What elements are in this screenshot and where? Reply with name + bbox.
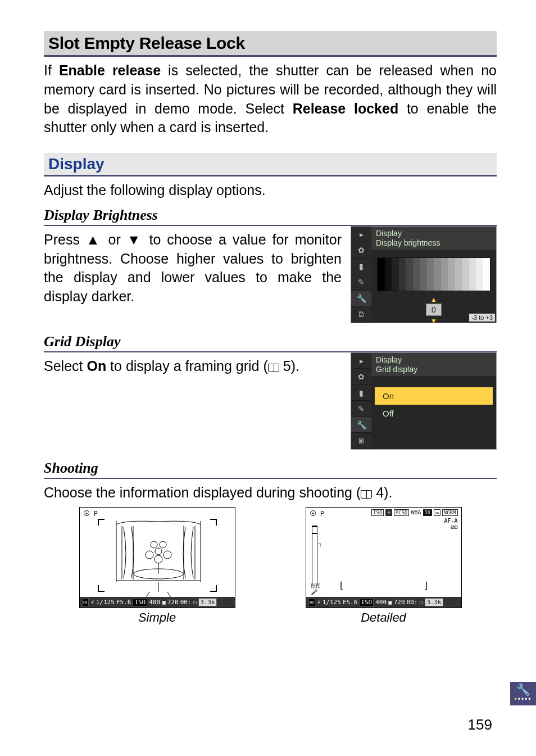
bracket-icon (98, 519, 105, 526)
brightness-gradient (377, 257, 490, 291)
batt-icon: ▯▯▯ (311, 582, 321, 588)
lcd-tab-shooting-icon: ✿ (351, 242, 371, 259)
text: Press (44, 232, 86, 247)
svg-point-5 (160, 541, 166, 548)
histogram-mark: ┐ (319, 540, 322, 546)
sb-time: 00: (407, 599, 418, 606)
lcd-tab-movie-icon: ▮ (351, 259, 371, 275)
badge-norm: NORM (442, 509, 458, 516)
down-arrow-icon: ▼ (127, 232, 143, 247)
text: ). (291, 358, 299, 374)
tab-dots-icon: ••••• (514, 695, 532, 703)
text: ). (384, 485, 392, 500)
rec-icon: ⦿ (310, 510, 316, 518)
sb-sd-icon: ☐ (193, 599, 197, 606)
badge-dx: DX (423, 509, 433, 516)
lcd-tab-setup-icon: 🔧 (351, 291, 371, 307)
sb-sd-icon: ☐ (420, 599, 424, 606)
viewfinder-detailed: ⦿ P ISO ☀ PCSD WBA DX ▭ NORM AF-A ⊡⊞ (306, 507, 462, 608)
bold-release-locked: Release locked (293, 101, 398, 116)
text: or (102, 232, 127, 247)
sb-af-icon: ⊡ (308, 598, 316, 606)
af-mode: AF-A (444, 518, 457, 524)
text: Choose the information displayed during … (44, 485, 361, 500)
lcd-down-icon: ▼ (430, 317, 437, 325)
section-title-display: Display (44, 153, 497, 176)
sb-ev-icon: ▣ (388, 599, 392, 606)
sb-bolt-icon: ⚡ (317, 599, 321, 606)
bracket-icon: ⌊ (340, 580, 343, 591)
preview-detailed: ⦿ P ISO ☀ PCSD WBA DX ▭ NORM AF-A ⊡⊞ (306, 507, 462, 625)
bold-on: On (87, 358, 106, 374)
status-bar: ⊡ ⚡ 1/125 F5.6 ISO 400 ▣ 720 00: ☐ 3.3k (306, 597, 461, 608)
caption-simple: Simple (138, 610, 176, 625)
shooting-body: Choose the information displayed during … (44, 483, 497, 503)
sb-af-icon: ⊡ (82, 598, 89, 606)
grid-body: Select On to display a framing grid ( 5)… (44, 357, 342, 376)
bracket-icon: ⌋ (424, 580, 428, 591)
lcd-title-2: Grid display (376, 365, 492, 375)
subsection-shooting: Shooting (44, 460, 497, 479)
text: If (44, 62, 59, 78)
bold-enable-release: Enable release (59, 62, 161, 78)
lcd-title-2: Display brightness (376, 238, 492, 248)
lcd-tab-setup-icon: 🔧 (351, 417, 371, 433)
svg-point-6 (155, 555, 162, 563)
slot-empty-body: If Enable release is selected, the shutt… (44, 61, 497, 137)
lcd-tab-recent-icon: 🗎 (351, 433, 371, 449)
svg-point-1 (155, 548, 162, 555)
text: Select (44, 358, 87, 374)
page-number: 159 (468, 716, 492, 734)
lcd-option-on: On (375, 387, 493, 405)
up-arrow-icon: ▲ (86, 232, 102, 247)
mic-icon: 🎤 (311, 589, 317, 595)
lcd-tab-playback-icon: ▸ (351, 353, 371, 369)
lcd-tab-playback-icon: ▸ (351, 227, 371, 243)
sb-shutter: 1/125 (96, 599, 115, 606)
lcd-option-off: Off (375, 405, 493, 422)
badge-picsd: PCSD (394, 509, 410, 516)
histogram (312, 526, 317, 586)
sb-shutter: 1/125 (322, 599, 341, 606)
sb-count: 720 (394, 599, 405, 606)
sb-ev-icon: ▣ (162, 599, 166, 606)
mode-label: P (320, 510, 324, 518)
lcd-grid-preview: ▸ ✿ ▮ ✎ 🔧 🗎 Display Grid display On Off (351, 352, 497, 450)
badge-size-icon: ▭ (434, 509, 440, 516)
badge-iso: ISO (371, 509, 384, 516)
subsection-grid-display: Grid Display (44, 333, 497, 352)
caption-detailed: Detailed (361, 610, 406, 625)
sb-count: 720 (167, 599, 179, 606)
sb-iso: 400 (375, 599, 387, 606)
lcd-tab-recent-icon: 🗎 (351, 306, 371, 323)
page-ref: 5 (283, 358, 291, 374)
sb-batt: 3.3k (198, 598, 217, 606)
bracket-icon (210, 519, 217, 526)
lcd-title-1: Display (376, 355, 492, 365)
lcd-title-1: Display (376, 229, 492, 239)
lcd-tab-retouch-icon: ✎ (351, 401, 371, 417)
sb-isoicon: ISO (359, 598, 374, 606)
lcd-tab-movie-icon: ▮ (351, 385, 371, 401)
sb-batt: 3.3k (425, 598, 443, 606)
text: to display a framing grid ( (106, 358, 268, 374)
display-intro: Adjust the following display options. (44, 181, 497, 200)
preview-simple: ⦿ P (79, 507, 235, 625)
svg-point-2 (146, 551, 153, 559)
svg-point-3 (163, 551, 171, 559)
page-ref: 4 (376, 485, 384, 500)
lcd-tab-retouch-icon: ✎ (351, 274, 371, 291)
af-area-icon: ⊡⊞ (444, 524, 457, 530)
sb-isoicon: ISO (133, 598, 147, 606)
viewfinder-simple: ⦿ P (79, 507, 235, 608)
lcd-tab-shooting-icon: ✿ (351, 369, 371, 385)
thumb-tab-setup: 🔧 ••••• (510, 682, 536, 705)
wrench-icon: 🔧 (516, 684, 530, 695)
status-bar: ⊡ ⚡ 1/125 F5.6 ISO 400 ▣ 720 00: ☐ 3.3k (80, 597, 235, 608)
page-ref-icon (268, 364, 279, 372)
lcd-brightness-value: 0 (426, 304, 442, 316)
bracket-icon (210, 585, 217, 592)
sb-time: 00: (180, 599, 192, 606)
badge-wb: WBA (411, 509, 421, 515)
lcd-up-icon: ▲ (430, 296, 437, 304)
